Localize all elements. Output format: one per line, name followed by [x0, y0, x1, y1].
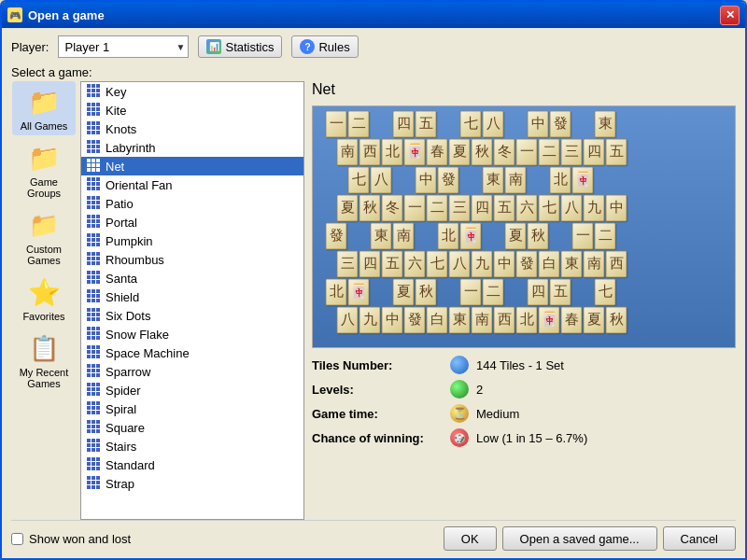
game-list-container: Key Kite Knots Labyrinth	[80, 81, 304, 520]
list-item[interactable]: Snow Flake	[81, 325, 303, 343]
window-icon: 🎮	[7, 7, 22, 22]
sidebar-item-label: Custom Games	[16, 244, 72, 266]
list-item[interactable]: Pumpkin	[81, 231, 303, 250]
favorites-icon: ⭐	[27, 275, 61, 309]
main-area: 📁 All Games 📁 Game Groups 📁	[11, 81, 736, 520]
grid-icon	[87, 364, 102, 379]
list-item[interactable]: Spiral	[81, 399, 303, 418]
chance-row: Chance of winning: 🎲 Low (1 in 15 – 6.7%…	[312, 428, 736, 447]
grid-icon	[87, 457, 102, 472]
sidebar-item-label: All Games	[21, 120, 68, 132]
sidebar-item-game-groups[interactable]: 📁 Game Groups	[12, 137, 76, 203]
grid-icon	[87, 420, 102, 435]
sidebar-item-favorites[interactable]: ⭐ Favorites	[12, 272, 76, 326]
list-item[interactable]: Sparrow	[81, 362, 303, 381]
grid-icon	[87, 401, 102, 416]
list-item[interactable]: Space Machine	[81, 343, 303, 362]
sidebar-item-recent-games[interactable]: 📋 My Recent Games	[12, 328, 76, 393]
list-item[interactable]: Knots	[81, 119, 303, 138]
custom-games-icon: 📁	[27, 208, 61, 242]
list-item-net[interactable]: Net	[81, 157, 303, 175]
grid-icon	[87, 439, 102, 454]
grid-icon	[87, 252, 102, 267]
top-bar: Player: Player 1 ▼ 📊 Statistics ? Rules	[11, 35, 736, 58]
show-won-label[interactable]: Show won and lost	[11, 532, 131, 546]
game-preview	[312, 105, 736, 348]
statistics-button[interactable]: 📊 Statistics	[198, 35, 282, 58]
show-won-checkbox[interactable]	[11, 533, 23, 545]
statistics-icon: 📊	[206, 39, 221, 54]
rules-icon: ?	[300, 39, 315, 54]
chance-value: Low (1 in 15 – 6.7%)	[476, 431, 587, 445]
grid-icon	[87, 103, 102, 118]
right-panel: Net	[312, 81, 736, 520]
list-item[interactable]: Standard	[81, 455, 303, 474]
list-item[interactable]: Patio	[81, 194, 303, 213]
game-time-icon: ⏳	[450, 404, 469, 423]
list-item[interactable]: Spider	[81, 381, 303, 399]
rules-button[interactable]: ? Rules	[291, 35, 358, 58]
all-games-icon: 📁	[27, 85, 61, 119]
grid-icon	[87, 476, 102, 491]
game-list[interactable]: Key Kite Knots Labyrinth	[81, 82, 303, 519]
cancel-button[interactable]: Cancel	[663, 526, 736, 551]
content-area: Player: Player 1 ▼ 📊 Statistics ? Rules …	[2, 28, 745, 558]
grid-icon	[87, 233, 102, 248]
statistics-label: Statistics	[225, 40, 274, 54]
grid-icon	[87, 289, 102, 304]
list-item[interactable]: Strap	[81, 474, 303, 493]
grid-icon	[87, 159, 102, 174]
list-item[interactable]: Kite	[81, 101, 303, 119]
grid-icon	[87, 140, 102, 155]
tiles-icon	[450, 356, 469, 374]
show-won-text: Show won and lost	[29, 532, 131, 546]
list-item[interactable]: Portal	[81, 213, 303, 231]
close-button[interactable]: ✕	[720, 6, 740, 25]
list-item[interactable]: Labyrinth	[81, 138, 303, 157]
left-panel: 📁 All Games 📁 Game Groups 📁	[11, 81, 304, 520]
tiles-canvas	[313, 106, 630, 340]
select-game-label: Select a game:	[11, 65, 736, 79]
grid-icon	[87, 345, 102, 360]
chance-label: Chance of winning:	[312, 431, 443, 445]
tiles-number-value: 144 Tiles - 1 Set	[476, 358, 564, 372]
grid-icon	[87, 177, 102, 192]
recent-games-icon: 📋	[27, 331, 61, 365]
list-item[interactable]: Stairs	[81, 437, 303, 455]
grid-icon	[87, 121, 102, 136]
sidebar-item-all-games[interactable]: 📁 All Games	[12, 81, 76, 135]
grid-icon	[87, 196, 102, 211]
grid-icon	[87, 271, 102, 286]
list-item[interactable]: Square	[81, 418, 303, 437]
list-item[interactable]: Key	[81, 82, 303, 101]
list-item[interactable]: Oriental Fan	[81, 175, 303, 194]
sidebar-item-label: My Recent Games	[16, 367, 72, 389]
list-item[interactable]: Rhoumbus	[81, 250, 303, 269]
rules-label: Rules	[318, 40, 349, 54]
sidebar: 📁 All Games 📁 Game Groups 📁	[11, 81, 77, 520]
game-title: Net	[312, 81, 736, 98]
ok-button[interactable]: OK	[444, 526, 497, 551]
game-time-value: Medium	[476, 407, 519, 421]
sidebar-item-label: Game Groups	[16, 176, 72, 199]
window-title: Open a game	[28, 8, 720, 22]
grid-icon	[87, 383, 102, 398]
list-item[interactable]: Santa	[81, 269, 303, 287]
sidebar-item-custom-games[interactable]: 📁 Custom Games	[12, 204, 76, 270]
sidebar-item-label: Favorites	[22, 311, 64, 322]
bottom-bar: Show won and lost OK Open a saved game..…	[11, 520, 736, 551]
grid-icon	[87, 308, 102, 323]
list-item[interactable]: Six Dots	[81, 306, 303, 325]
levels-label: Levels:	[312, 383, 443, 397]
title-bar: 🎮 Open a game ✕	[2, 2, 745, 28]
tiles-number-label: Tiles Number:	[312, 358, 443, 372]
player-select-wrapper: Player 1 ▼	[58, 35, 189, 58]
open-saved-button[interactable]: Open a saved game...	[502, 526, 657, 551]
game-groups-icon: 📁	[27, 141, 61, 175]
player-select[interactable]: Player 1	[58, 35, 189, 58]
tiles-number-row: Tiles Number: 144 Tiles - 1 Set	[312, 356, 736, 374]
list-item[interactable]: Shield	[81, 287, 303, 306]
levels-icon	[450, 380, 469, 399]
levels-row: Levels: 2	[312, 380, 736, 399]
player-label: Player:	[11, 40, 49, 54]
